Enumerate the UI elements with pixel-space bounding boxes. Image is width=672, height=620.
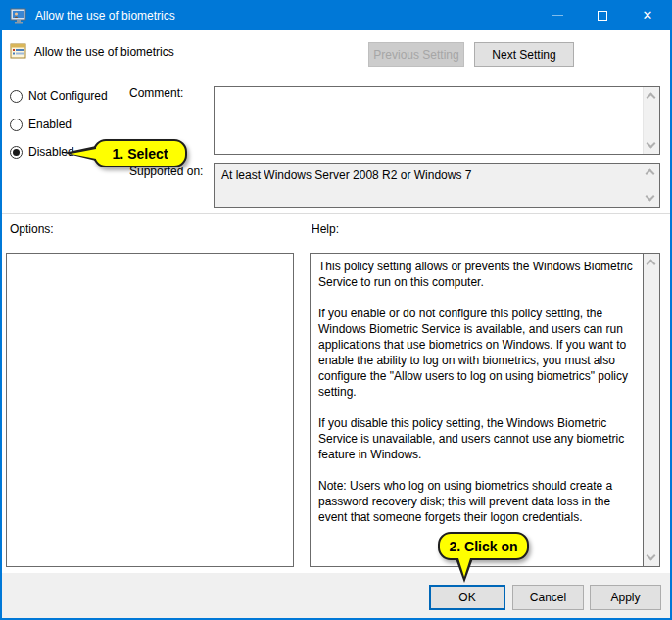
options-panel: [6, 253, 294, 567]
callout-text: 2. Click on: [449, 539, 517, 554]
callout-text: 1. Select: [113, 146, 168, 162]
step1-select-callout: 1. Select: [93, 139, 187, 167]
policy-setting-dialog: Allow the use of biometrics ✕ Allow the …: [0, 0, 672, 620]
comment-text[interactable]: [215, 87, 643, 154]
next-setting-button[interactable]: Next Setting: [474, 42, 574, 67]
window-controls: ✕: [535, 0, 670, 30]
scroll-up-icon: [646, 169, 655, 179]
maximize-icon: [598, 11, 607, 21]
options-content: [7, 254, 293, 566]
help-text: This policy setting allows or prevents t…: [311, 254, 643, 566]
policy-name-heading: Allow the use of biometrics: [34, 45, 174, 59]
cancel-button[interactable]: Cancel: [512, 585, 584, 610]
supported-on-textbox: At least Windows Server 2008 R2 or Windo…: [214, 163, 660, 208]
scroll-up-icon[interactable]: [647, 260, 656, 269]
policy-setting-icon: [10, 43, 26, 60]
supported-on-scrollbar: [643, 164, 659, 207]
ok-button[interactable]: OK: [429, 585, 505, 610]
close-button[interactable]: ✕: [625, 0, 670, 30]
callout-tail-icon: [458, 558, 470, 577]
options-label: Options:: [10, 222, 54, 236]
group-policy-app-icon: [10, 7, 27, 24]
scroll-down-icon: [646, 192, 655, 202]
maximize-button[interactable]: [580, 0, 625, 30]
scroll-down-icon[interactable]: [647, 551, 656, 561]
step2-click-callout: 2. Click on: [438, 532, 529, 560]
callout-tail-icon: [71, 149, 96, 159]
radio-circle-icon: [10, 90, 23, 103]
radio-circle-icon: [10, 119, 23, 131]
section-separator: [2, 213, 670, 214]
comment-scrollbar[interactable]: [643, 87, 659, 154]
radio-label: Enabled: [28, 118, 72, 131]
minimize-icon: [552, 15, 563, 16]
radio-enabled[interactable]: Enabled: [10, 118, 72, 131]
dialog-footer: OK Cancel Apply: [2, 573, 670, 618]
help-label: Help:: [312, 222, 339, 236]
apply-button[interactable]: Apply: [590, 585, 661, 610]
window-title: Allow the use of biometrics: [35, 9, 535, 23]
radio-not-configured[interactable]: Not Configured: [10, 89, 108, 103]
previous-setting-button: Previous Setting: [368, 42, 464, 67]
titlebar: Allow the use of biometrics ✕: [2, 0, 670, 30]
supported-on-text: At least Windows Server 2008 R2 or Windo…: [215, 164, 643, 207]
scroll-up-icon[interactable]: [647, 93, 656, 103]
help-scrollbar[interactable]: [643, 254, 659, 566]
minimize-button: [535, 0, 580, 30]
comment-label: Comment:: [129, 86, 183, 100]
scroll-down-icon[interactable]: [647, 139, 656, 149]
help-panel[interactable]: This policy setting allows or prevents t…: [310, 253, 660, 567]
radio-label: Not Configured: [28, 89, 108, 103]
comment-textbox[interactable]: [214, 86, 660, 155]
radio-circle-icon: [10, 146, 23, 159]
close-icon: ✕: [643, 9, 653, 22]
